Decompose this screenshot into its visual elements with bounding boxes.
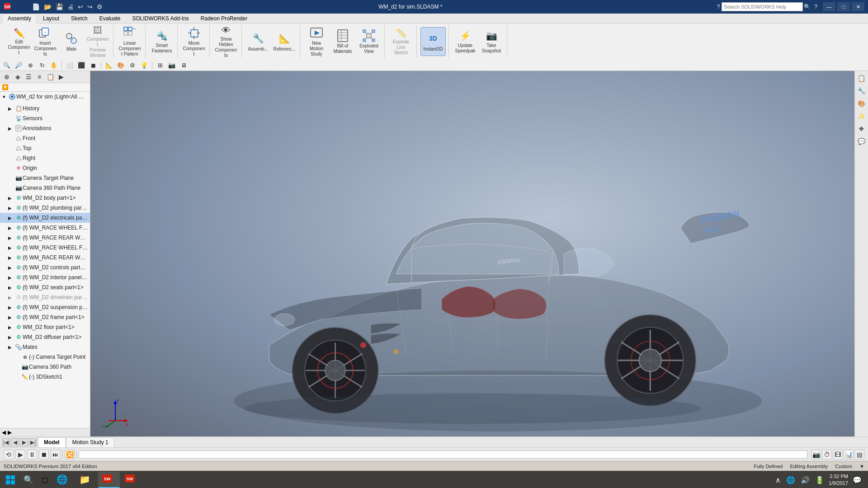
scroll-next-btn[interactable]: ▶	[20, 438, 28, 446]
tray-up-arrow[interactable]: ∧	[774, 475, 782, 485]
right-panel-btn-1[interactable]: 📋	[856, 73, 867, 84]
tree-item-wm-d2-drivetrain[interactable]: ▶ ⚙ (f) WM_D2 drivetrain part<1	[0, 292, 90, 302]
motion-icon-3[interactable]: 🎞	[833, 450, 843, 460]
motion-stop-btn[interactable]: ⏹	[39, 450, 49, 460]
tree-item-wm-d2-seats[interactable]: ▶ ⚙ (f) WM_D2 seats part<1>	[0, 282, 90, 292]
instant3d-btn[interactable]: 3D Instant3D	[420, 27, 446, 56]
right-panel-btn-4[interactable]: ✨	[856, 111, 867, 122]
rotate-btn[interactable]: ↻	[37, 60, 47, 70]
save-btn[interactable]: 💾	[54, 3, 65, 10]
tree-item-history[interactable]: ▶ 📋 History	[0, 103, 90, 113]
tab-radeon-prorender[interactable]: Radeon ProRender	[195, 14, 253, 23]
wireframe-btn[interactable]: ⬜	[65, 60, 75, 70]
scroll-left-btn[interactable]: ◀	[2, 429, 6, 436]
tree-item-wm-d2-controls[interactable]: ▶ ⚙ (f) WM_D2 controls part<1>	[0, 263, 90, 272]
assembly-btn[interactable]: 🔧 Assemb...	[245, 27, 271, 56]
search-taskbar-btn[interactable]: 🔍	[20, 472, 37, 488]
reference-btn[interactable]: 📐 Referenc...	[272, 27, 297, 56]
view-orient-btn[interactable]: 📐	[104, 60, 114, 70]
update-speedpak-btn[interactable]: ⚡ UpdateSpeedpak	[453, 27, 478, 56]
tree-item-front[interactable]: Front	[0, 133, 90, 143]
tree-item-camera-360-path[interactable]: 📷 Camera 360 Path	[0, 362, 90, 372]
motion-pause-btn[interactable]: ⏸	[27, 450, 37, 460]
tree-item-wm-race-wheel-front2[interactable]: ▶ ⚙ (f) WM_RACE WHEEL FRONT	[0, 243, 90, 253]
right-panel-btn-2[interactable]: 🔧	[856, 85, 867, 96]
notification-btn[interactable]: 💬	[852, 475, 863, 485]
tree-item-wm-d2-diffuser[interactable]: ▶ ⚙ WM_D2 diffuser part<1>	[0, 332, 90, 342]
motion-timeline[interactable]	[79, 450, 807, 459]
taskbar-solidworks-2[interactable]: SW	[121, 472, 142, 488]
taskbar-solidworks[interactable]: SW	[98, 472, 120, 488]
pan-btn[interactable]: ✋	[49, 60, 59, 70]
system-clock[interactable]: 2:32 PM 1/9/2017	[829, 473, 848, 487]
status-dropdown[interactable]: ▼	[859, 464, 864, 469]
layer-btn[interactable]: 📋	[45, 72, 55, 82]
insert-components-btn[interactable]: + InsertComponents	[33, 27, 58, 56]
mate-btn[interactable]: Mate	[59, 27, 84, 56]
tree-item-wm-d2-electricals[interactable]: ▶ ⚙ (f) WM_D2 electricals part<1	[0, 213, 90, 223]
tab-solidworks-addins[interactable]: SOLIDWORKS Add-Ins	[126, 14, 194, 23]
taskbar-explorer[interactable]: 📁	[75, 472, 97, 488]
tree-item-camera-360-path-plane[interactable]: 📷 Camera 360 Path Plane	[0, 183, 90, 193]
tab-model[interactable]: Model	[38, 437, 66, 447]
start-button[interactable]	[2, 472, 19, 488]
tree-item-wm-d2-interior[interactable]: ▶ ⚙ (f) WM_D2 interior panels pa	[0, 272, 90, 282]
tree-item-origin[interactable]: ✛ Origin	[0, 163, 90, 173]
options-btn[interactable]: ⚙	[95, 3, 104, 10]
shaded-btn[interactable]: ⬛	[76, 60, 86, 70]
tree-item-wm-race-wheel-rear2[interactable]: ▶ ⚙ (f) WM_RACE REAR WHEEL T	[0, 253, 90, 263]
tree-item-annotations[interactable]: ▶ Annotations	[0, 123, 90, 133]
undo-btn[interactable]: ↩	[76, 3, 85, 10]
tree-item-3dsketch1[interactable]: ✏️ (-) 3DSketch1	[0, 372, 90, 382]
shaded-edges-btn[interactable]: ◼	[88, 60, 98, 70]
task-view-btn[interactable]: ◻	[38, 472, 52, 488]
right-panel-btn-5[interactable]: ❖	[856, 123, 867, 134]
motion-play-btn[interactable]: ▶	[15, 450, 25, 460]
bill-of-materials-btn[interactable]: Bill ofMaterials	[330, 27, 355, 56]
minimize-btn[interactable]: —	[823, 2, 835, 11]
zoom-fit-btn[interactable]: 🔍	[2, 60, 12, 70]
help-btn[interactable]: ?	[814, 4, 817, 10]
exploded-view-btn[interactable]: ExplodedView	[356, 27, 382, 56]
zoom-dynamic-btn[interactable]: ⊕	[25, 60, 35, 70]
motion-icon-2[interactable]: ⏱	[822, 450, 832, 460]
right-panel-btn-6[interactable]: 💬	[856, 136, 867, 147]
new-motion-study-btn[interactable]: New MotionStudy	[304, 27, 329, 56]
new-btn[interactable]: 📄	[31, 3, 41, 10]
zoom-area-btn[interactable]: 🔎	[14, 60, 24, 70]
configuration-manager-btn[interactable]: ☰	[24, 72, 33, 82]
motion-icon-1[interactable]: 📷	[811, 450, 821, 460]
motion-icon-4[interactable]: 📊	[844, 450, 854, 460]
tree-item-wm-d2-body[interactable]: ▶ ⚙ WM_D2 body part<1>	[0, 193, 90, 203]
tree-item-wm-d2-frame[interactable]: ▶ ⚙ (f) WM_D2 frame part<1>	[0, 312, 90, 322]
tree-item-camera-target-point[interactable]: ⊕ (-) Camera Target Point	[0, 352, 90, 362]
tree-root[interactable]: ▼ WM_d2 for sim (Light<All Mate	[0, 92, 90, 102]
tree-item-wm-race-wheel-rear1[interactable]: ▶ ⚙ (f) WM_RACE REAR WHEEL T	[0, 233, 90, 243]
tree-item-right[interactable]: Right	[0, 153, 90, 163]
show-hidden-components-btn[interactable]: 👁 Show HiddenComponents	[213, 27, 239, 56]
3d-viewport[interactable]: RADEON PRO palatov Y	[90, 71, 854, 436]
expand-btn[interactable]: ▶	[56, 72, 66, 82]
tab-motion-study-1[interactable]: Motion Study 1	[66, 437, 114, 447]
dim-expert-btn[interactable]: ≡	[34, 72, 44, 82]
print-btn[interactable]: 🖨	[66, 3, 75, 10]
motion-icon-5[interactable]: ▤	[854, 450, 864, 460]
lighting-btn[interactable]: 💡	[139, 60, 149, 70]
tree-item-wm-d2-floor[interactable]: ▶ ⚙ WM_D2 floor part<1>	[0, 322, 90, 332]
search-input[interactable]	[722, 2, 803, 11]
tray-battery[interactable]: 🔋	[814, 475, 825, 485]
component-preview-btn[interactable]: 🖼 ComponentPreview Window	[85, 27, 110, 56]
right-panel-btn-3[interactable]: 🎨	[856, 98, 867, 109]
scroll-begin-btn[interactable]: |◀	[2, 438, 10, 446]
view-display-btn[interactable]: 🖥	[179, 60, 189, 70]
tree-item-top[interactable]: Top	[0, 143, 90, 153]
feature-manager-btn[interactable]: ⊕	[2, 72, 12, 82]
smart-fasteners-btn[interactable]: 🔩 SmartFasteners	[149, 27, 175, 56]
open-btn[interactable]: 📂	[42, 3, 53, 10]
tab-layout[interactable]: Layout	[37, 14, 65, 23]
motion-undo-btn[interactable]: ⟲	[4, 450, 14, 460]
property-manager-btn[interactable]: ◈	[13, 72, 23, 82]
tree-item-camera-target-plane[interactable]: 📷 Camera Target Plane	[0, 173, 90, 183]
tray-volume[interactable]: 🔊	[800, 475, 811, 485]
search-btn[interactable]: 🔍	[804, 4, 811, 10]
